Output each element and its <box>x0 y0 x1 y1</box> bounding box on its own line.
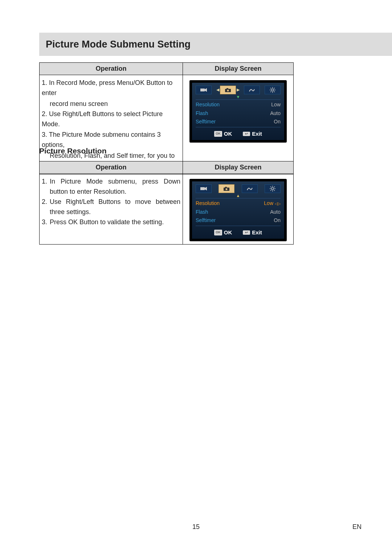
right-arrow-icon: ▶ <box>237 87 240 93</box>
return-icon: ↩ <box>243 132 250 136</box>
section-title-bar: Picture Mode Submenu Setting <box>39 33 392 56</box>
page-number: 15 <box>0 523 392 531</box>
section-title: Picture Mode Submenu Setting <box>46 39 191 50</box>
effect-mode-icon <box>244 86 260 94</box>
operation-cell: 1. In Record Mode, press Menu/OK Button … <box>40 75 183 175</box>
svg-line-13 <box>274 88 275 89</box>
step-number: 1. <box>42 177 50 197</box>
svg-point-19 <box>271 188 274 190</box>
svg-rect-14 <box>200 187 205 190</box>
svg-line-26 <box>270 190 271 191</box>
display-screen-cell: ▲ ResolutionLow◁▷ FlashAuto SelftimerOn … <box>183 174 294 245</box>
col-header-display-screen: Display Screen <box>183 161 294 174</box>
return-icon: ↩ <box>243 230 250 235</box>
ok-indicator: OKOK <box>214 228 232 237</box>
mode-tab-row <box>196 184 281 193</box>
table-picture-resolution: Operation Display Screen 1.In Picture Mo… <box>39 161 294 245</box>
menu-row-flash: FlashAuto <box>196 208 281 217</box>
operation-step: 1. In Record Mode, press Menu/OK Button … <box>42 78 180 98</box>
svg-point-5 <box>271 89 274 91</box>
submenu-list: ResolutionLow FlashAuto SelftimerOn <box>196 99 281 127</box>
svg-rect-0 <box>200 89 205 91</box>
language-code: EN <box>352 523 362 531</box>
svg-marker-15 <box>205 187 207 190</box>
down-arrow-icon: ▼ <box>196 95 281 99</box>
left-arrow-icon: ◀ <box>216 87 219 93</box>
col-header-display-screen: Display Screen <box>183 63 294 75</box>
step-number: 2. <box>42 197 50 217</box>
svg-point-18 <box>225 188 228 190</box>
display-screen-cell: ◀ ▶ ▼ Resolutio <box>183 75 294 175</box>
svg-line-24 <box>270 186 271 187</box>
exit-indicator: ↩Exit <box>243 130 262 138</box>
manual-page: Picture Mode Submenu Setting Operation D… <box>0 0 392 554</box>
left-right-arrows-icon: ◁▷ <box>275 201 281 206</box>
menu-row-selftimer: SelftimerOn <box>196 118 281 126</box>
settings-mode-icon <box>265 86 281 94</box>
effect-mode-icon <box>242 184 258 193</box>
camera-mode-icon <box>219 184 234 193</box>
col-header-operation: Operation <box>40 161 183 174</box>
ok-indicator: OKOK <box>214 130 232 138</box>
up-arrow-icon: ▲ <box>196 194 281 197</box>
mode-tab-row: ◀ ▶ <box>196 86 281 94</box>
operation-step: Press OK Button to validate the setting. <box>50 217 180 227</box>
screen-footer: OKOK ↩Exit <box>196 130 281 138</box>
video-mode-icon <box>196 86 212 94</box>
camcorder-screen: ▲ ResolutionLow◁▷ FlashAuto SelftimerOn … <box>189 179 287 241</box>
svg-point-4 <box>227 90 229 92</box>
svg-marker-1 <box>205 88 207 92</box>
camera-mode-icon <box>220 86 236 94</box>
menu-row-selftimer: SelftimerOn <box>196 216 281 225</box>
menu-row-resolution: ResolutionLow <box>196 100 281 109</box>
submenu-list: ResolutionLow◁▷ FlashAuto SelftimerOn <box>196 198 281 226</box>
subsection-title: Picture Resolution <box>39 147 107 155</box>
col-header-operation: Operation <box>40 63 183 75</box>
exit-indicator: ↩Exit <box>243 228 262 237</box>
menu-row-resolution: ResolutionLow◁▷ <box>196 199 281 208</box>
camcorder-screen: ◀ ▶ ▼ Resolutio <box>189 80 287 143</box>
settings-mode-icon <box>265 184 281 193</box>
table-picture-mode-submenu: Operation Display Screen 1. In Record Mo… <box>39 62 294 175</box>
svg-rect-3 <box>226 88 228 89</box>
video-mode-icon <box>196 184 212 193</box>
svg-rect-17 <box>225 187 227 188</box>
screen-footer: OKOK ↩Exit <box>196 228 281 237</box>
operation-step: 2. Use Right/Left Buttons to select Pict… <box>42 109 180 130</box>
svg-line-10 <box>270 88 271 89</box>
svg-line-11 <box>274 91 275 92</box>
menu-row-flash: FlashAuto <box>196 109 281 118</box>
operation-step: record menu screen <box>42 99 180 109</box>
svg-line-25 <box>274 190 275 191</box>
svg-line-12 <box>270 91 271 92</box>
operation-step: In Picture Mode submenu, press Down butt… <box>50 177 180 197</box>
svg-line-27 <box>274 186 275 187</box>
step-number: 3. <box>42 217 50 227</box>
operation-step: Use Right/Left Buttons to move between t… <box>50 197 180 217</box>
operation-cell: 1.In Picture Mode submenu, press Down bu… <box>40 174 183 245</box>
